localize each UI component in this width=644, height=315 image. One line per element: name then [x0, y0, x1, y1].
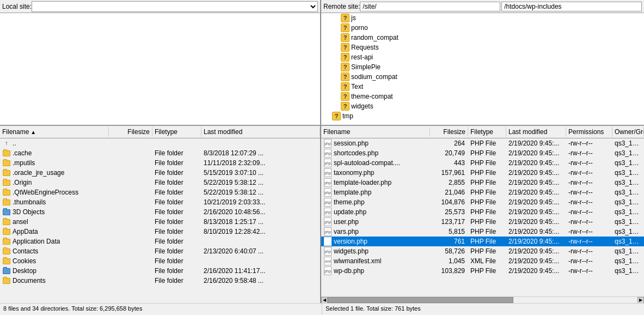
owner-cell: qs3_158212... [612, 237, 644, 246]
table-row[interactable]: php widgets.php 58,726 PHP File 2/19/202… [321, 246, 644, 256]
lastmod-cell: 2/19/2020 9:45:... [506, 237, 566, 246]
table-row[interactable]: php theme.php 104,876 PHP File 2/19/2020… [321, 197, 644, 207]
local-site-input[interactable] [32, 1, 318, 12]
left-col-filesize[interactable]: Filesize [109, 127, 152, 137]
lastmod-cell: 5/22/2019 5:38:12 ... [201, 187, 320, 197]
left-tree-content[interactable] [0, 13, 320, 125]
scroll-right-btn[interactable]: ▶ [637, 297, 644, 304]
filesize-cell: 1,045 [430, 256, 468, 266]
table-row[interactable]: php update.php 25,573 PHP File 2/19/2020… [321, 207, 644, 217]
table-row[interactable]: xml wlwmanifest.xml 1,045 XML File 2/19/… [321, 256, 644, 266]
table-row[interactable]: .Origin File folder 5/22/2019 5:38:12 ..… [0, 178, 320, 187]
table-row[interactable]: Application Data File folder [0, 237, 320, 246]
filename-text: Documents [13, 276, 46, 286]
filename-text: shortcodes.php [334, 148, 378, 158]
folder-icon [2, 257, 11, 265]
remote-site-bar: Remote site: /site/ /htdocs/wp-includes [321, 0, 644, 13]
filetype-cell: File folder [152, 276, 201, 286]
table-row[interactable]: php vars.php 5,815 PHP File 2/19/2020 9:… [321, 227, 644, 237]
table-row[interactable]: php wp-db.php 103,829 PHP File 2/19/2020… [321, 266, 644, 276]
table-row[interactable]: Desktop File folder 2/16/2020 11:41:17..… [0, 266, 320, 276]
table-row[interactable]: Cookies File folder [0, 256, 320, 266]
tree-item-name: random_compat [351, 34, 398, 41]
tree-item[interactable]: ?porno [321, 23, 644, 33]
remote-site-path[interactable]: /site/ [360, 2, 500, 11]
table-row[interactable]: Contacts File folder 2/13/2020 6:40:07 .… [0, 246, 320, 256]
tree-item[interactable]: ?js [321, 13, 644, 23]
left-col-filename[interactable]: Filename ▲ [0, 127, 109, 137]
filetype-cell: File folder [152, 187, 201, 197]
table-row[interactable]: php version.php 761 PHP File 2/19/2020 9… [321, 237, 644, 246]
filename-cell: php wp-db.php [321, 266, 430, 276]
right-file-list[interactable]: php session.php 264 PHP File 2/19/2020 9… [321, 138, 644, 296]
left-file-list[interactable]: ↑ .. .cache File folder 8/3/2018 12:07:2… [0, 138, 320, 303]
table-row[interactable]: php template-loader.php 2,855 PHP File 2… [321, 178, 644, 187]
right-col-filetype[interactable]: Filetype [468, 127, 506, 137]
filename-cell: Contacts [0, 246, 109, 256]
question-folder-icon: ? [341, 102, 349, 111]
table-row[interactable]: .cache File folder 8/3/2018 12:07:29 ... [0, 148, 320, 158]
tree-item[interactable]: ?SimplePie [321, 62, 644, 72]
table-row[interactable]: Documents File folder 2/16/2020 9:58:48 … [0, 276, 320, 286]
table-row[interactable]: php user.php 123,717 PHP File 2/19/2020 … [321, 217, 644, 227]
question-folder-icon: ? [341, 23, 349, 32]
filename-cell: Documents [0, 276, 109, 286]
right-col-headers: Filename Filesize Filetype Last modified… [321, 125, 644, 138]
left-col-lastmod[interactable]: Last modified [201, 127, 320, 137]
tree-item[interactable]: ?rest-api [321, 52, 644, 62]
tree-item-name: Requests [351, 44, 379, 51]
table-row[interactable]: php taxonomy.php 157,961 PHP File 2/19/2… [321, 168, 644, 178]
table-row[interactable]: AppData File folder 8/10/2019 12:28:42..… [0, 227, 320, 237]
table-row[interactable]: .oracle_jre_usage File folder 5/15/2019 … [0, 168, 320, 178]
tree-item[interactable]: ?Requests [321, 43, 644, 52]
folder-icon [2, 159, 11, 167]
left-file-list-container: ↑ .. .cache File folder 8/3/2018 12:07:2… [0, 138, 320, 303]
table-row[interactable]: php spl-autoload-compat.... 443 PHP File… [321, 158, 644, 168]
status-bar: 8 files and 34 directories. Total size: … [0, 303, 644, 315]
filename-text: wp-db.php [334, 266, 364, 276]
table-row[interactable]: php session.php 264 PHP File 2/19/2020 9… [321, 138, 644, 148]
filename-text: template.php [334, 187, 371, 197]
owner-cell: qs3_158212... [612, 246, 644, 256]
remote-site-path2[interactable]: /htdocs/wp-includes [501, 2, 642, 11]
h-scrollbar-track[interactable] [328, 297, 637, 303]
php-file-icon: php [323, 227, 332, 236]
table-row[interactable]: 3D Objects File folder 2/16/2020 10:48:5… [0, 207, 320, 217]
filename-text: .thumbnails [13, 197, 46, 207]
perms-cell: -rw-r--r-- [566, 158, 612, 168]
right-h-scrollbar[interactable]: ◀ ▶ [321, 296, 644, 303]
tree-item[interactable]: ?widgets [321, 101, 644, 111]
table-row[interactable]: ansel File folder 8/13/2018 1:25:17 ... [0, 217, 320, 227]
right-col-filesize[interactable]: Filesize [430, 127, 468, 137]
left-col-filetype[interactable]: Filetype [152, 127, 201, 137]
owner-cell: qs3_158212... [612, 178, 644, 187]
tree-item[interactable]: ?tmp [321, 111, 644, 121]
filename-cell: .QtWebEngineProcess [0, 187, 109, 197]
table-row[interactable]: ↑ .. [0, 138, 320, 148]
owner-cell: qs3_158212... [612, 217, 644, 227]
scroll-left-btn[interactable]: ◀ [321, 297, 328, 304]
owner-cell: qs3_158212... [612, 197, 644, 207]
right-col-perms[interactable]: Permissions [566, 127, 612, 137]
filename-cell: .thumbnails [0, 197, 109, 207]
right-col-lastmod[interactable]: Last modified [506, 127, 566, 137]
lastmod-cell: 5/15/2019 3:07:10 ... [201, 168, 320, 178]
filetype-cell: File folder [152, 148, 201, 158]
tree-item[interactable]: ?sodium_compat [321, 72, 644, 82]
table-row[interactable]: php shortcodes.php 20,749 PHP File 2/19/… [321, 148, 644, 158]
table-row[interactable]: .thumbnails File folder 10/21/2019 2:03:… [0, 197, 320, 207]
table-row[interactable]: php template.php 21,046 PHP File 2/19/20… [321, 187, 644, 197]
right-col-filename[interactable]: Filename [321, 127, 430, 137]
right-tree-content[interactable]: ?js?porno?random_compat?Requests?rest-ap… [321, 13, 644, 125]
perms-cell: -rw-r--r-- [566, 178, 612, 187]
tree-item[interactable]: ?random_compat [321, 33, 644, 43]
h-scrollbar-thumb[interactable] [328, 297, 513, 303]
table-row[interactable]: .mputils File folder 11/11/2018 2:32:09.… [0, 158, 320, 168]
table-row[interactable]: .QtWebEngineProcess File folder 5/22/201… [0, 187, 320, 197]
lastmod-cell: 2/19/2020 9:45:... [506, 187, 566, 197]
right-col-owner[interactable]: Owner/Group [612, 127, 644, 137]
lastmod-cell: 2/19/2020 9:45:... [506, 227, 566, 237]
tree-item[interactable]: ?Text [321, 82, 644, 92]
filesize-cell: 264 [430, 138, 468, 148]
tree-item[interactable]: ?theme-compat [321, 92, 644, 101]
